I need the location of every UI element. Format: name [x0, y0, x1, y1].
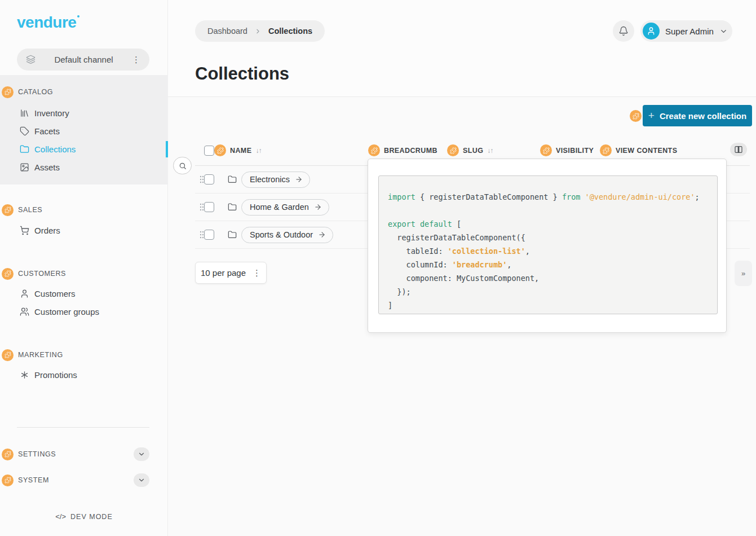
- channel-selector[interactable]: Default channel ⋮: [17, 49, 149, 71]
- code-line: import { registerDataTableComponent } fr…: [388, 190, 717, 204]
- column-label: NAME: [230, 147, 251, 155]
- sidebar-item-collections[interactable]: Collections: [20, 141, 76, 157]
- sidebar-item-promotions[interactable]: Promotions: [20, 367, 77, 383]
- chevron-right-icon: [254, 28, 262, 35]
- code-line: component: MyCustomComponent,: [388, 271, 717, 285]
- collection-link-chip[interactable]: Home & Garden: [241, 199, 329, 216]
- sidebar-section-system[interactable]: SYSTEM: [0, 473, 168, 487]
- column-picker-button[interactable]: [730, 143, 747, 156]
- dev-mode-puzzle-badge-icon[interactable]: [630, 110, 642, 122]
- section-title: SYSTEM: [18, 476, 134, 484]
- row-checkbox[interactable]: [204, 230, 214, 240]
- dev-mode-puzzle-badge-icon[interactable]: [2, 475, 14, 486]
- sidebar-item-orders[interactable]: Orders: [20, 222, 60, 238]
- sidebar-section-sales: SALES: [0, 204, 42, 216]
- dev-mode-puzzle-badge-icon[interactable]: [600, 144, 612, 156]
- row-checkbox[interactable]: [204, 174, 214, 184]
- sort-icon[interactable]: ↓↑: [255, 147, 261, 155]
- items-per-page-select[interactable]: 10 per page ⋮: [195, 262, 267, 284]
- column-header-breadcrumb[interactable]: BREADCRUMB: [368, 144, 437, 156]
- user-icon: [647, 27, 656, 36]
- collection-name: Electronics: [250, 175, 290, 184]
- breadcrumb-current: Collections: [268, 27, 312, 36]
- sidebar-item-label: Assets: [34, 162, 60, 172]
- sort-icon[interactable]: ↓↑: [487, 147, 493, 155]
- sidebar-item-customer-groups[interactable]: Customer groups: [20, 304, 99, 319]
- asterisk-icon: [20, 370, 29, 380]
- section-title: SALES: [18, 206, 42, 214]
- code-line: export default [: [388, 217, 717, 231]
- page-header: Dashboard Collections Super Admin Collec…: [168, 0, 756, 97]
- column-header-view-contents[interactable]: VIEW CONTENTS: [600, 144, 677, 156]
- expand-system-button[interactable]: [134, 473, 149, 487]
- bell-icon: [618, 26, 629, 36]
- folder-icon: [228, 175, 237, 184]
- chevron-down-icon: [138, 476, 145, 484]
- page-title: Collections: [195, 64, 289, 84]
- create-new-collection-button[interactable]: + Create new collection: [643, 105, 752, 126]
- code-line: columnId: 'breadcrumb',: [388, 258, 717, 271]
- sidebar-section-catalog: CATALOG: [0, 86, 53, 98]
- drag-handle-icon[interactable]: [200, 175, 204, 183]
- dev-mode-puzzle-badge-icon[interactable]: [2, 86, 14, 98]
- library-icon: [20, 108, 29, 118]
- column-header-visibility[interactable]: VISIBILITY: [540, 144, 594, 156]
- section-title: SETTINGS: [18, 450, 134, 458]
- vendure-logo: vendure: [17, 14, 79, 32]
- folder-icon: [228, 203, 237, 212]
- chevron-down-icon: [138, 450, 145, 458]
- sidebar-item-label: Orders: [34, 226, 60, 235]
- column-label: SLUG: [463, 147, 483, 155]
- dev-mode-puzzle-badge-icon[interactable]: [447, 144, 459, 156]
- collection-link-chip[interactable]: Sports & Outdoor: [241, 227, 333, 243]
- kebab-icon[interactable]: ⋮: [132, 55, 140, 65]
- code-brackets-icon: </>: [55, 512, 66, 521]
- column-label: BREADCRUMB: [384, 147, 437, 155]
- sidebar-item-customers[interactable]: Customers: [20, 285, 76, 301]
- code-line: registerDataTableComponent({: [388, 231, 717, 244]
- breadcrumb-dashboard-link[interactable]: Dashboard: [207, 27, 247, 36]
- dev-mode-puzzle-badge-icon[interactable]: [2, 449, 14, 460]
- dev-mode-toggle[interactable]: </> DEV MODE: [0, 512, 168, 521]
- row-checkbox[interactable]: [204, 202, 214, 212]
- channel-label: Default channel: [36, 55, 132, 64]
- sidebar-item-facets[interactable]: Facets: [20, 123, 60, 139]
- arrow-right-icon: [318, 231, 326, 239]
- code-line: });: [388, 285, 717, 298]
- code-line: tableId: 'collection-list',: [388, 244, 717, 258]
- dev-mode-puzzle-badge-icon[interactable]: [2, 349, 14, 361]
- dev-mode-puzzle-badge-icon[interactable]: [2, 204, 14, 216]
- main-content: Dashboard Collections Super Admin Collec…: [168, 0, 756, 536]
- notifications-button[interactable]: [613, 20, 634, 42]
- dev-mode-puzzle-badge-icon[interactable]: [368, 144, 380, 156]
- column-header-slug[interactable]: SLUG ↓↑: [447, 144, 493, 156]
- sidebar-item-inventory[interactable]: Inventory: [20, 105, 69, 121]
- code-line: ]: [388, 298, 717, 312]
- user-menu[interactable]: Super Admin: [640, 20, 732, 42]
- section-title: CUSTOMERS: [18, 270, 66, 278]
- dev-mode-puzzle-badge-icon[interactable]: [540, 144, 552, 156]
- users-icon: [20, 307, 29, 317]
- collection-link-chip[interactable]: Electronics: [241, 172, 310, 188]
- next-page-button[interactable]: »: [735, 261, 752, 286]
- select-all-checkbox[interactable]: [204, 146, 214, 156]
- sidebar: vendure Default channel ⋮ CATALOG Invent…: [0, 0, 168, 536]
- layers-icon: [26, 55, 36, 64]
- avatar: [643, 23, 660, 39]
- sidebar-section-marketing: MARKETING: [0, 349, 63, 361]
- sidebar-section-settings[interactable]: SETTINGS: [0, 447, 168, 461]
- table-search-toggle[interactable]: [173, 157, 192, 174]
- dev-mode-code-popover: import { registerDataTableComponent } fr…: [368, 159, 727, 333]
- expand-settings-button[interactable]: [134, 447, 149, 461]
- sidebar-item-label: Promotions: [34, 370, 77, 380]
- drag-handle-icon[interactable]: [200, 203, 204, 211]
- user-icon: [20, 289, 29, 298]
- arrow-right-icon: [295, 175, 303, 183]
- dev-mode-puzzle-badge-icon[interactable]: [2, 268, 14, 280]
- drag-handle-icon[interactable]: [200, 231, 204, 239]
- sidebar-item-assets[interactable]: Assets: [20, 159, 60, 175]
- column-header-name[interactable]: NAME ↓↑: [214, 144, 261, 156]
- active-item-indicator: [166, 141, 168, 157]
- user-name: Super Admin: [665, 27, 714, 36]
- dev-mode-puzzle-badge-icon[interactable]: [214, 144, 226, 156]
